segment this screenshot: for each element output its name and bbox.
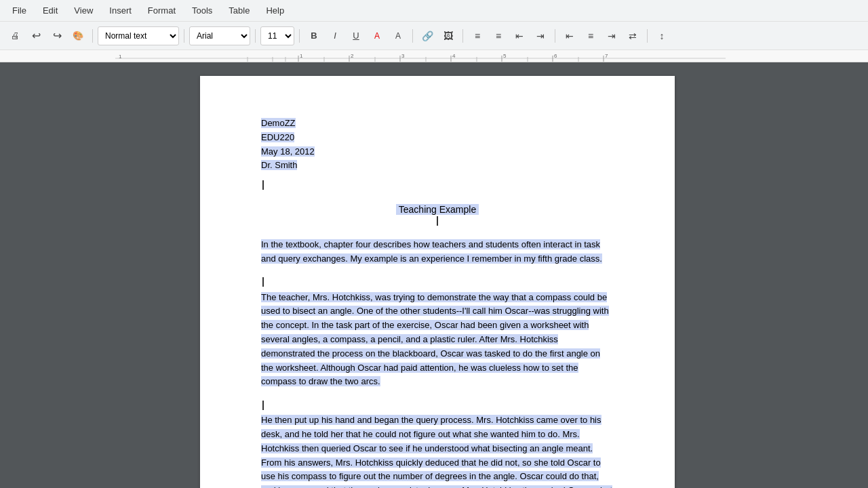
svg-text:1: 1: [300, 53, 303, 59]
separator-7: [555, 29, 555, 43]
svg-text:4: 4: [452, 53, 456, 59]
sidebar-right: [760, 62, 868, 488]
text-color-button[interactable]: A: [368, 26, 387, 45]
highlight-button[interactable]: A: [389, 26, 408, 45]
ruler: 1 2 3 4 5 6 7 1: [0, 50, 868, 62]
paragraph-3: He then put up his hand and began the qu…: [261, 413, 614, 488]
separator-8: [647, 29, 648, 43]
font-size-select[interactable]: 11 10 12 14: [260, 26, 294, 45]
menu-edit[interactable]: Edit: [36, 3, 64, 18]
print-button[interactable]: 🖨: [5, 26, 24, 45]
sidebar-left: [0, 62, 115, 488]
menu-table[interactable]: Table: [222, 3, 256, 18]
svg-text:6: 6: [554, 53, 557, 59]
align-right-button[interactable]: ⇥: [602, 26, 621, 45]
separator-2: [184, 29, 184, 43]
image-button[interactable]: 🖼: [439, 26, 458, 45]
svg-text:7: 7: [605, 53, 608, 59]
justify-button[interactable]: ⇄: [623, 26, 642, 45]
separator-5: [412, 29, 413, 43]
italic-button[interactable]: I: [326, 26, 344, 45]
title-cursor: [437, 216, 438, 226]
separator-4: [299, 29, 300, 43]
header-line-1: DemoZZ: [261, 117, 614, 131]
redo-button[interactable]: ↪: [47, 26, 66, 45]
line-spacing-button[interactable]: ↕: [652, 26, 671, 45]
header-name: DemoZZ: [261, 118, 296, 128]
cursor: [262, 180, 264, 190]
doc-title: Teaching Example: [261, 204, 614, 226]
menu-format[interactable]: Format: [141, 3, 182, 18]
separator-1: [92, 29, 93, 43]
paragraph-2: The teacher, Mrs. Hotchkiss, was trying …: [261, 291, 614, 390]
font-select[interactable]: Arial Times New Roman Courier New: [189, 26, 250, 45]
menu-file[interactable]: File: [5, 3, 33, 18]
header-course: EDU220: [261, 132, 294, 142]
menu-insert[interactable]: Insert: [102, 3, 138, 18]
outdent-button[interactable]: ⇤: [510, 26, 529, 45]
bold-button[interactable]: B: [304, 26, 323, 45]
underline-button[interactable]: U: [347, 26, 366, 45]
paragraph-style-select[interactable]: Normal text Heading 1 Heading 2: [98, 26, 179, 45]
undo-button[interactable]: ↩: [26, 26, 45, 45]
svg-text:2: 2: [351, 53, 354, 59]
menu-view[interactable]: View: [67, 3, 100, 18]
separator-3: [255, 29, 256, 43]
svg-text:3: 3: [401, 53, 405, 59]
paint-format-button[interactable]: 🎨: [68, 26, 87, 45]
menu-help[interactable]: Help: [259, 3, 291, 18]
link-button[interactable]: 🔗: [418, 26, 437, 45]
main-area: DemoZZ EDU220 May 18, 2012 Dr. Smith Te: [0, 62, 868, 488]
header-line-3: May 18, 2012: [261, 145, 614, 159]
para-cursor-1: [262, 277, 264, 287]
toolbar: 🖨 ↩ ↪ 🎨 Normal text Heading 1 Heading 2 …: [0, 22, 868, 50]
doc-header: DemoZZ EDU220 May 18, 2012 Dr. Smith: [261, 117, 614, 193]
unordered-list-button[interactable]: ≡: [489, 26, 508, 45]
para-cursor-2: [262, 401, 264, 410]
header-line-4: Dr. Smith: [261, 159, 614, 173]
document-page[interactable]: DemoZZ EDU220 May 18, 2012 Dr. Smith Te: [200, 76, 675, 488]
svg-text:5: 5: [503, 53, 507, 59]
header-professor: Dr. Smith: [261, 160, 297, 170]
separator-6: [462, 29, 463, 43]
header-date: May 18, 2012: [261, 146, 315, 157]
indent-button[interactable]: ⇥: [531, 26, 550, 45]
menu-bar: File Edit View Insert Format Tools Table…: [0, 0, 868, 22]
ordered-list-button[interactable]: ≡: [468, 26, 487, 45]
menu-tools[interactable]: Tools: [185, 3, 219, 18]
align-center-button[interactable]: ≡: [581, 26, 600, 45]
align-left-button[interactable]: ⇤: [560, 26, 579, 45]
paragraph-1: In the textbook, chapter four describes …: [261, 238, 614, 266]
svg-text:1: 1: [119, 54, 122, 60]
document-area[interactable]: DemoZZ EDU220 May 18, 2012 Dr. Smith Te: [115, 62, 760, 488]
header-line-2: EDU220: [261, 131, 614, 145]
